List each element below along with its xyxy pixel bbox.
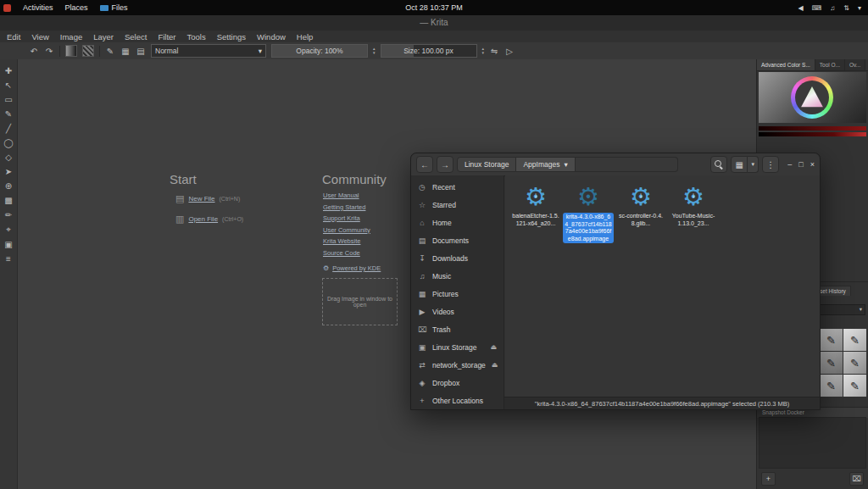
color-sampler-tool-icon[interactable]: ✏	[5, 210, 12, 219]
system-menu-caret-icon[interactable]: ▾	[858, 4, 861, 12]
crop-tool-icon[interactable]: ▭	[4, 95, 12, 104]
reference-images-tool-icon[interactable]: ▣	[4, 240, 12, 249]
color-shade-bar[interactable]	[759, 132, 866, 136]
saturation-triangle[interactable]	[800, 86, 824, 109]
keyboard-layout-icon[interactable]: ⌨	[812, 4, 822, 12]
new-file-link[interactable]: New File	[188, 195, 214, 203]
undo-icon[interactable]: ↶	[29, 47, 39, 56]
brush-preset-thumbnail[interactable]: ✎	[843, 352, 866, 374]
choose-workspace-icon[interactable]: ▦	[120, 47, 131, 56]
menu-edit[interactable]: Edit	[7, 32, 20, 42]
link-getting-started[interactable]: Getting Started	[323, 203, 381, 211]
menu-select[interactable]: Select	[125, 32, 147, 42]
menu-window[interactable]: Window	[257, 32, 286, 42]
brush-preset-thumbnail[interactable]: ✎	[843, 375, 866, 397]
link-powered-by-kde[interactable]: Powered by KDE	[332, 264, 381, 272]
network-icon[interactable]: ⇅	[843, 4, 849, 12]
path-segment-appimages[interactable]: AppImages ▾	[516, 157, 575, 172]
gradient-swatch[interactable]	[65, 45, 77, 57]
color-history-bar[interactable]	[759, 126, 866, 131]
zoom-tool-icon[interactable]: ≡	[6, 254, 11, 264]
move-tool-icon[interactable]: ↖	[5, 81, 12, 90]
path-segment-linux-storage[interactable]: Linux Storage	[457, 157, 516, 172]
tab-tool-options[interactable]: Tool O...	[815, 59, 845, 70]
sidebar-item-pictures[interactable]: ▦ Pictures	[411, 285, 504, 303]
brush-editor-icon[interactable]: ✎	[105, 47, 115, 56]
file-item-balenaetcher[interactable]: ⚙ ↓ balenaEtcher-1.5.121-x64_a20...	[510, 182, 561, 243]
brush-preset-thumbnail[interactable]: ✎	[820, 375, 843, 397]
close-button[interactable]: ×	[810, 160, 815, 169]
file-item-youtube-music[interactable]: ⚙ ↓ YouTube-Music-1.13.0_23...	[668, 182, 719, 243]
line-tool-icon[interactable]: ╱	[6, 124, 11, 133]
opacity-slider[interactable]: Opacity: 100%	[271, 44, 368, 58]
tab-advanced-color-selector[interactable]: Advanced Color S...	[757, 59, 815, 70]
krita-titlebar[interactable]: — Krita	[0, 15, 868, 31]
clock[interactable]: Oct 28 10:37 PM	[405, 3, 463, 12]
maximize-button[interactable]: □	[798, 160, 803, 169]
gradient-tool-icon[interactable]: ▩	[4, 196, 12, 205]
advanced-color-selector[interactable]	[759, 72, 866, 123]
link-krita-website[interactable]: Krita Website	[323, 237, 381, 245]
menu-image[interactable]: Image	[60, 32, 82, 42]
opacity-spinner[interactable]: ▴ ▾	[373, 47, 376, 55]
menu-layer[interactable]: Layer	[93, 32, 114, 42]
window-menu-button[interactable]: ⋮	[762, 156, 779, 173]
volume-icon[interactable]: ♫	[830, 4, 835, 12]
link-user-manual[interactable]: User Manual	[323, 192, 381, 199]
brush-preset-thumbnail[interactable]: ✎	[820, 329, 843, 351]
back-button[interactable]: ←	[416, 156, 433, 173]
forward-button[interactable]: →	[437, 156, 453, 173]
sidebar-item-starred[interactable]: ☆ Starred	[411, 196, 504, 214]
sidebar-item-videos[interactable]: ▶ Videos	[411, 303, 504, 320]
link-user-community[interactable]: User Community	[323, 226, 381, 234]
sidebar-item-network-storage[interactable]: ⇄ network_storage ⏏	[411, 356, 504, 374]
delete-snapshot-button[interactable]: ⌧	[849, 472, 864, 486]
fill-tool-icon[interactable]: ⊕	[5, 181, 12, 191]
eject-icon[interactable]: ⏏	[492, 361, 498, 369]
sidebar-item-other-locations[interactable]: + Other Locations	[411, 392, 504, 409]
spin-down-icon[interactable]: ▾	[373, 51, 376, 55]
brush-preset-thumbnail[interactable]: ✎	[820, 352, 843, 374]
hue-ring[interactable]	[791, 76, 833, 119]
files-appmenu[interactable]: Files	[100, 3, 128, 12]
minimize-button[interactable]: –	[787, 160, 792, 169]
link-source-code[interactable]: Source Code	[323, 249, 381, 257]
menu-help[interactable]: Help	[297, 32, 314, 42]
preset-chooser-icon[interactable]: ▤	[136, 47, 146, 56]
redo-icon[interactable]: ↷	[44, 47, 54, 56]
grid-view-button[interactable]: ▦	[731, 156, 748, 173]
sidebar-item-home[interactable]: ⌂ Home	[411, 214, 504, 231]
tray-arrow-icon[interactable]: ◀	[798, 4, 804, 12]
menu-filter[interactable]: Filter	[158, 32, 175, 42]
view-options-button[interactable]: ▾	[748, 156, 759, 173]
file-item-sc-controller[interactable]: ⚙ ↓ sc-controller-0.4.8.glib...	[615, 182, 666, 243]
files-headerbar[interactable]: ← → Linux Storage AppImages ▾ ▦ ▾ ⋮ – □ …	[411, 153, 820, 176]
polygon-tool-icon[interactable]: ◇	[5, 153, 12, 162]
tab-overview[interactable]: Ov...	[845, 59, 865, 70]
link-support-krita[interactable]: Support Krita	[323, 214, 381, 222]
transform-tool-icon[interactable]: ✚	[5, 66, 12, 75]
pattern-swatch[interactable]	[82, 45, 94, 57]
open-file-link[interactable]: Open File	[188, 215, 218, 223]
blending-mode-select[interactable]: Normal ▾	[151, 44, 266, 58]
brush-preset-thumbnail[interactable]: ✎	[843, 329, 866, 351]
menu-settings[interactable]: Settings	[217, 32, 246, 42]
brush-size-slider[interactable]: Size: 100.00 px	[381, 44, 477, 58]
sidebar-item-documents[interactable]: ▤ Documents	[411, 231, 504, 249]
sidebar-item-linux-storage[interactable]: ▣ Linux Storage ⏏	[411, 338, 504, 356]
places-menu[interactable]: Places	[65, 3, 88, 12]
activities-button[interactable]: Activities	[23, 3, 53, 12]
files-content[interactable]: ⚙ ↓ balenaEtcher-1.5.121-x64_a20... ⚙ kr…	[505, 175, 820, 397]
mirror-icon[interactable]: ⇋	[489, 47, 499, 56]
ellipse-tool-icon[interactable]: ◯	[3, 138, 13, 147]
sidebar-item-recent[interactable]: ◷ Recent	[411, 178, 504, 196]
play-macro-icon[interactable]: ▷	[504, 47, 515, 56]
sidebar-item-dropbox[interactable]: ◈ Dropbox	[411, 374, 504, 392]
brush-size-spinner[interactable]: ▴ ▾	[482, 47, 485, 55]
drag-image-dropzone[interactable]: Drag Image in window to open	[322, 278, 398, 325]
file-item-krita-appimage[interactable]: ⚙ krita-4.3.0-x86_64_87637cf14b1187a4e00…	[563, 182, 614, 243]
sidebar-item-music[interactable]: ♫ Music	[411, 267, 504, 285]
freehand-brush-tool-icon[interactable]: ✎	[5, 109, 12, 119]
sidebar-item-downloads[interactable]: ↧ Downloads	[411, 249, 504, 267]
search-button[interactable]	[710, 156, 727, 173]
